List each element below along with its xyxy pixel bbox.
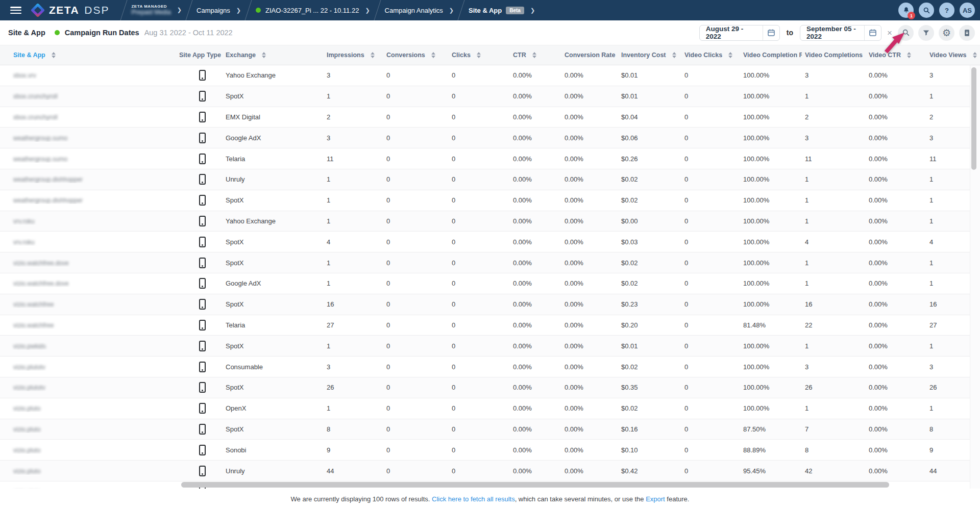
ctr-cell: 0.00% <box>510 321 561 329</box>
table-row[interactable]: weathergroup.dishhopper SpotX 1 0 0 0.00… <box>0 190 980 211</box>
exchange-cell: SpotX <box>223 238 324 246</box>
inventory-cost-cell: $0.01 <box>618 342 681 350</box>
date-to-input[interactable]: September 05 - 2022 <box>800 25 881 41</box>
conversion-rate-cell: 0.00% <box>561 363 618 371</box>
impressions-cell: 2 <box>324 113 383 121</box>
breadcrumb-item[interactable]: ZIAO-32267_Pi ... 22 - 10.11.22❯ <box>256 7 370 14</box>
status-text: feature. <box>665 495 690 503</box>
video-clicks-cell: 0 <box>681 259 740 267</box>
notifications-button[interactable]: 1 <box>898 3 914 18</box>
export-link[interactable]: Export <box>646 495 665 503</box>
ctr-cell: 0.00% <box>510 404 561 412</box>
video-completions-cell: 1 <box>802 196 866 204</box>
column-header-ctr[interactable]: CTR <box>510 45 561 65</box>
column-header-clicks[interactable]: Clicks <box>449 45 510 65</box>
sort-arrows-icon[interactable] <box>728 52 732 58</box>
video-completion-rate-cell: 100.00% <box>740 134 802 142</box>
column-header-site-app-type[interactable]: Site App Type <box>176 45 223 65</box>
column-header-video-completion-rate[interactable]: Video Completion Rate <box>740 45 802 65</box>
calendar-icon[interactable] <box>763 29 779 37</box>
inventory-cost-cell: $0.42 <box>618 467 681 475</box>
table-row[interactable]: vizio.plutotv SpotX 26 0 0 0.00% 0.00% $… <box>0 377 980 398</box>
column-header-conversion-rate[interactable]: Conversion Rate <box>561 45 618 65</box>
export-button[interactable] <box>959 25 975 41</box>
breadcrumb-item[interactable]: Site & AppBeta❯ <box>469 7 535 14</box>
inventory-cost-cell: $0.10 <box>618 446 681 454</box>
help-button[interactable]: ? <box>939 3 954 18</box>
sort-arrows-icon[interactable] <box>532 52 536 58</box>
horizontal-scrollbar-thumb[interactable] <box>181 482 889 488</box>
table-row[interactable]: vizio.pluto SpotX 8 0 0 0.00% 0.00% $0.1… <box>0 419 980 440</box>
sort-arrows-icon[interactable] <box>52 52 56 58</box>
clicks-cell: 0 <box>449 113 510 121</box>
table-row[interactable]: vizio.watchfree Telaria 27 0 0 0.00% 0.0… <box>0 315 980 336</box>
sort-arrows-icon[interactable] <box>907 52 911 58</box>
clicks-cell: 0 <box>449 175 510 183</box>
column-header-conversions[interactable]: Conversions <box>383 45 449 65</box>
table-row[interactable]: weathergroup.dishhopper Unruly 1 0 0 0.0… <box>0 169 980 190</box>
table-row[interactable]: weathergroup.sumo Google AdX 3 0 0 0.00%… <box>0 128 980 148</box>
date-from-input[interactable]: August 29 - 2022 <box>699 25 780 41</box>
fetch-all-results-link[interactable]: Click here to fetch all results <box>432 495 515 503</box>
sort-arrows-icon[interactable] <box>371 52 375 58</box>
avatar[interactable]: AS <box>960 3 975 18</box>
table-row[interactable]: vizio.pluto Sonobi 9 0 0 0.00% 0.00% $0.… <box>0 440 980 461</box>
exchange-cell: Yahoo Exchange <box>223 217 324 225</box>
breadcrumb-item[interactable]: Campaign Analytics❯ <box>385 7 454 14</box>
sort-arrows-icon[interactable] <box>973 52 977 58</box>
inventory-cost-cell: $0.02 <box>618 196 681 204</box>
sort-arrows-icon[interactable] <box>431 52 435 58</box>
exchange-cell: OpenX <box>223 404 324 412</box>
table-row[interactable]: vizio.pluto Unruly 44 0 0 0.00% 0.00% $0… <box>0 461 980 481</box>
clicks-cell: 0 <box>449 279 510 287</box>
column-header-video-clicks[interactable]: Video Clicks <box>681 45 740 65</box>
global-search-button[interactable] <box>919 3 934 18</box>
site-app-name: vizio.plutotv <box>13 384 45 391</box>
sort-arrows-icon[interactable] <box>672 52 676 58</box>
chevron-right-icon: ❯ <box>365 7 370 14</box>
clear-dates-button[interactable]: × <box>886 29 893 37</box>
conversion-rate-cell: 0.00% <box>561 446 618 454</box>
vertical-scrollbar-thumb[interactable] <box>971 67 976 170</box>
video-completion-rate-cell: 100.00% <box>740 384 802 391</box>
table-row[interactable]: xbox.crunchyroll EMX Digital 2 0 0 0.00%… <box>0 107 980 128</box>
table-row[interactable]: vizio.watchfree SpotX 16 0 0 0.00% 0.00%… <box>0 294 980 315</box>
table-row[interactable]: vrv.roku Yahoo Exchange 1 0 0 0.00% 0.00… <box>0 211 980 232</box>
table-row[interactable]: vizio.watchfree.dove Google AdX 1 0 0 0.… <box>0 273 980 294</box>
table-row[interactable]: xbox.vrv Yahoo Exchange 3 0 0 0.00% 0.00… <box>0 65 980 86</box>
calendar-icon[interactable] <box>865 29 881 37</box>
column-header-exchange[interactable]: Exchange <box>223 45 324 65</box>
conversion-rate-cell: 0.00% <box>561 425 618 433</box>
table-row[interactable]: vizio.plutotv Consumable 3 0 0 0.00% 0.0… <box>0 356 980 377</box>
video-clicks-cell: 0 <box>681 342 740 350</box>
table-row[interactable]: vrv.roku SpotX 4 0 0 0.00% 0.00% $0.03 0… <box>0 232 980 252</box>
conversions-cell: 0 <box>383 71 449 79</box>
column-header-label: Video Clicks <box>684 52 722 59</box>
table-row[interactable]: vizio.pluto OpenX 1 0 0 0.00% 0.00% $0.0… <box>0 398 980 419</box>
column-header-video-ctr[interactable]: Video CTR <box>866 45 926 65</box>
breadcrumb-item[interactable]: Campaigns❯ <box>197 7 241 14</box>
conversion-rate-cell: 0.00% <box>561 134 618 142</box>
column-header-video-views[interactable]: Video Views <box>926 45 980 65</box>
exchange-cell: Sonobi <box>223 446 324 454</box>
column-header-inventory-cost[interactable]: Inventory Cost <box>618 45 681 65</box>
table-row[interactable]: vizio.watchfree.dove SpotX 1 0 0 0.00% 0… <box>0 252 980 273</box>
breadcrumb-item[interactable]: ZETA MANAGEDPrepaid Media❯ <box>131 5 182 16</box>
zeta-dsp-logo[interactable]: ZETA DSP <box>33 4 109 16</box>
breadcrumb-label: Prepaid Media <box>131 9 170 16</box>
table-search-button[interactable] <box>898 25 914 41</box>
breadcrumb-label: ZIAO-32267_Pi ... 22 - 10.11.22 <box>265 7 359 14</box>
mobile-device-icon <box>199 466 206 476</box>
sort-arrows-icon[interactable] <box>477 52 481 58</box>
settings-button[interactable]: ⚙ <box>939 25 954 41</box>
sort-arrows-icon[interactable] <box>262 52 266 58</box>
column-header-video-completions[interactable]: Video Completions <box>802 45 866 65</box>
filter-button[interactable] <box>918 25 934 41</box>
column-header-impressions[interactable]: Impressions <box>324 45 383 65</box>
clicks-cell: 0 <box>449 321 510 329</box>
table-row[interactable]: weathergroup.sumo Telaria 11 0 0 0.00% 0… <box>0 148 980 169</box>
menu-hamburger-icon[interactable] <box>10 7 21 14</box>
column-header-site-app[interactable]: Site & App <box>0 45 176 65</box>
table-row[interactable]: vizio.pwkids SpotX 1 0 0 0.00% 0.00% $0.… <box>0 336 980 356</box>
table-row[interactable]: xbox.crunchyroll SpotX 1 0 0 0.00% 0.00%… <box>0 86 980 107</box>
